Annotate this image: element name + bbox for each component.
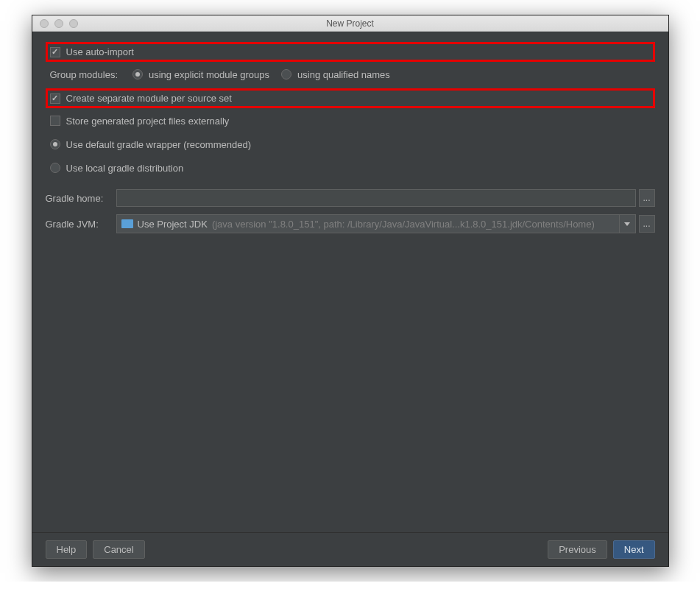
traffic-lights <box>32 19 78 28</box>
minimize-icon[interactable] <box>54 19 63 28</box>
close-icon[interactable] <box>40 19 49 28</box>
previous-button[interactable]: Previous <box>548 540 607 559</box>
store-externally-label: Store generated project files externally <box>66 116 230 127</box>
highlight-separate-module: Create separate module per source set <box>46 88 655 108</box>
separate-module-label: Create separate module per source set <box>66 93 232 104</box>
default-wrapper-row: Use default gradle wrapper (recommended) <box>46 135 655 154</box>
auto-import-checkbox[interactable] <box>50 47 60 57</box>
gradle-jvm-dropdown[interactable]: Use Project JDK (java version "1.8.0_151… <box>116 214 620 233</box>
gradle-home-input[interactable] <box>116 189 636 207</box>
radio-local-dist-label: Use local gradle distribution <box>66 163 184 174</box>
radio-qualified-names[interactable] <box>281 69 291 80</box>
cancel-button[interactable]: Cancel <box>93 540 144 559</box>
group-modules-label: Group modules: <box>50 69 119 80</box>
titlebar: New Project <box>32 15 668 32</box>
gradle-jvm-detail: (java version "1.8.0_151", path: /Librar… <box>212 219 615 230</box>
gradle-jvm-value: Use Project JDK <box>138 219 208 230</box>
gradle-jvm-row: Gradle JVM: Use Project JDK (java versio… <box>46 214 655 233</box>
group-modules-row: Group modules: using explicit module gro… <box>46 65 655 84</box>
gradle-home-label: Gradle home: <box>46 193 116 204</box>
radio-default-wrapper[interactable] <box>50 139 60 149</box>
help-button[interactable]: Help <box>46 540 88 559</box>
dialog-content: Use auto-import Group modules: using exp… <box>32 32 668 532</box>
new-project-window: New Project Use auto-import Group module… <box>32 15 669 567</box>
radio-explicit-label: using explicit module groups <box>149 69 269 80</box>
gradle-jvm-browse-button[interactable]: ... <box>639 215 655 233</box>
gradle-home-row: Gradle home: ... <box>46 189 655 207</box>
zoom-icon[interactable] <box>69 19 78 28</box>
gradle-home-browse-button[interactable]: ... <box>639 189 655 207</box>
next-button[interactable]: Next <box>613 540 655 559</box>
highlight-auto-import: Use auto-import <box>46 42 655 62</box>
gradle-jvm-label: Gradle JVM: <box>46 219 116 230</box>
separate-module-checkbox[interactable] <box>50 93 60 104</box>
jdk-icon <box>121 219 133 228</box>
radio-local-dist[interactable] <box>50 163 60 173</box>
store-externally-row: Store generated project files externally <box>46 111 655 130</box>
gradle-jvm-drop-arrow[interactable] <box>620 214 636 233</box>
radio-explicit-groups[interactable] <box>132 69 143 80</box>
store-externally-checkbox[interactable] <box>50 116 60 126</box>
radio-qualified-label: using qualified names <box>297 69 390 80</box>
dialog-footer: Help Cancel Previous Next <box>32 532 668 566</box>
local-dist-row: Use local gradle distribution <box>46 158 655 177</box>
window-title: New Project <box>32 18 668 29</box>
radio-default-wrapper-label: Use default gradle wrapper (recommended) <box>66 139 251 150</box>
auto-import-label: Use auto-import <box>66 46 134 57</box>
